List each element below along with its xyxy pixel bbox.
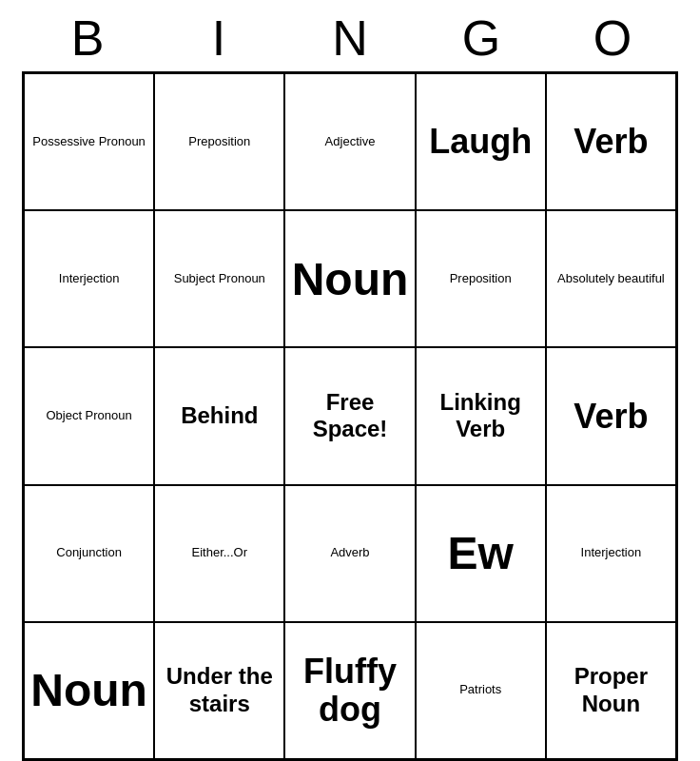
letter-g: G [416,10,547,67]
cell-3-2[interactable]: Adverb [284,485,415,622]
cell-0-3-text: Laugh [429,123,532,161]
cell-4-1-text: Under the stairs [161,663,278,718]
cell-1-1[interactable]: Subject Pronoun [154,210,284,347]
cell-1-2[interactable]: Noun [284,210,415,347]
cell-4-0[interactable]: Noun [24,622,154,759]
cell-0-1[interactable]: Preposition [154,73,284,210]
cell-2-2[interactable]: Free Space! [284,347,415,484]
cell-0-1-text: Preposition [188,134,250,150]
cell-2-1-text: Behind [181,402,258,430]
cell-1-1-text: Subject Pronoun [174,271,265,287]
cell-4-2[interactable]: Fluffy dog [284,622,415,759]
cell-3-3-text: Ew [448,527,514,579]
cell-4-3-text: Patriots [459,682,501,698]
cell-3-0[interactable]: Conjunction [24,485,154,622]
cell-1-4[interactable]: Absolutely beautiful [546,210,676,347]
cell-4-4-text: Proper Noun [553,663,670,718]
cell-3-3[interactable]: Ew [416,485,546,622]
letter-i: I [153,10,284,67]
cell-3-4[interactable]: Interjection [546,485,676,622]
bingo-grid: Possessive Pronoun Preposition Adjective… [22,71,678,761]
cell-2-3-text: Linking Verb [422,389,539,444]
cell-1-2-text: Noun [292,253,409,305]
cell-1-3-text: Preposition [450,271,512,287]
cell-4-1[interactable]: Under the stairs [154,622,284,759]
letter-b: B [22,10,153,67]
cell-0-3[interactable]: Laugh [416,73,546,210]
cell-3-4-text: Interjection [581,545,642,561]
cell-3-2-text: Adverb [330,545,369,561]
cell-2-3[interactable]: Linking Verb [416,347,546,484]
cell-3-0-text: Conjunction [56,545,122,561]
cell-4-4[interactable]: Proper Noun [546,622,676,759]
cell-0-4[interactable]: Verb [546,73,676,210]
cell-3-1[interactable]: Either...Or [154,485,284,622]
cell-2-1[interactable]: Behind [154,347,284,484]
cell-2-0-text: Object Pronoun [46,408,131,424]
cell-0-0-text: Possessive Pronoun [32,134,146,150]
cell-2-4-text: Verb [574,398,648,436]
cell-1-4-text: Absolutely beautiful [557,271,665,287]
cell-1-3[interactable]: Preposition [416,210,546,347]
cell-3-1-text: Either...Or [192,545,248,561]
cell-1-0[interactable]: Interjection [24,210,154,347]
cell-0-2-text: Adjective [325,134,376,150]
cell-4-3[interactable]: Patriots [416,622,546,759]
cell-2-0[interactable]: Object Pronoun [24,347,154,484]
bingo-header: B I N G O [22,0,678,71]
cell-4-0-text: Noun [30,664,147,716]
cell-4-2-text: Fluffy dog [291,653,408,728]
cell-0-2[interactable]: Adjective [284,73,415,210]
cell-0-4-text: Verb [574,123,648,161]
letter-o: O [547,10,678,67]
cell-0-0[interactable]: Possessive Pronoun [24,73,154,210]
cell-2-2-text: Free Space! [291,389,408,444]
letter-n: N [284,10,416,67]
cell-2-4[interactable]: Verb [546,347,676,484]
cell-1-0-text: Interjection [59,271,120,287]
